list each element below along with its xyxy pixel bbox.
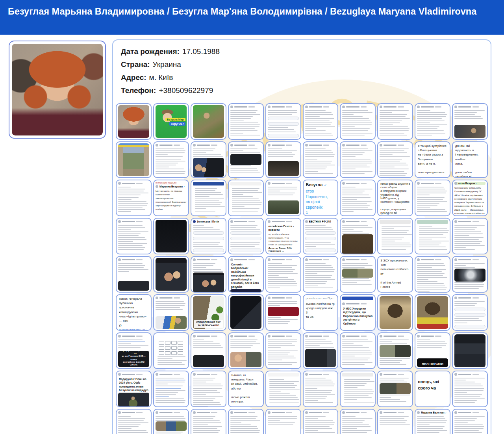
thumbnail[interactable] [452,256,488,293]
thumbnail[interactable]: ковки: генерала Зубанича призначив коман… [116,294,152,331]
thumbnail[interactable] [377,332,413,369]
thumbnail[interactable] [303,409,339,434]
thumbnail[interactable]: pravda.com.ua Проськово-політична гр иро… [303,294,339,331]
chart-box [178,341,183,345]
thumbnail[interactable] [265,141,301,178]
thumbnail[interactable] [228,103,264,140]
thumbnail[interactable]: тьмана, ні генерала. Часи ки самі. Зміню… [228,371,264,407]
thumbnail[interactable] [303,103,339,140]
thumbnail[interactable]: е та щоб зустрітися з Білецькими не тіль… [415,141,450,178]
thumbnail[interactable]: Безугла Марокруг 217 [153,103,189,140]
thumbnail[interactable] [191,141,226,178]
text-line [342,121,371,121]
thumbnail[interactable]: У МЗС Угорщини підтвердили, що Порошенко… [340,294,376,331]
thumbnail[interactable]: оссийская Газета - новостиги, чтобы избе… [265,218,301,254]
thumbnail[interactable] [303,141,339,178]
thumbnail[interactable]: публикации подрывнМарьяна Безуглая✓Це та… [153,180,189,216]
thumbnail[interactable] [340,256,376,293]
thumbnail[interactable] [153,256,189,293]
text-line [454,229,475,230]
thumbnail[interactable] [452,371,488,407]
thumbnail[interactable] [265,103,301,140]
thumbnail[interactable] [191,332,226,369]
thumbnail[interactable] [265,180,301,216]
thumbnail[interactable] [191,409,226,434]
thumbnail[interactable] [265,294,301,331]
thumbnail[interactable] [153,409,189,434]
thumbnail[interactable]: Соломія Бобровська: Найбільша непрофесій… [228,256,264,293]
thumbnail[interactable] [415,180,450,216]
thumbnail[interactable]: СПЕЦОПЕРАЦІЯ СБУ ЗА ЗЕЛЕНСЬКОГО [191,294,226,331]
thumbnail[interactable] [377,141,413,178]
thumbnail[interactable]: Зеленська і Путін [191,218,226,254]
thumbnail[interactable] [415,218,450,254]
text-line [195,208,206,209]
thumbnail[interactable] [452,409,488,434]
thumbnail[interactable]: Марьяна Безуглая✓ [415,409,450,434]
text-line [380,175,405,176]
thumbnail[interactable]: З ЗСУ призначили. Теп повномасштабного в… [377,256,413,293]
thumbnail[interactable]: Безугла ✓етро Порошенко, ня цілої європе… [303,180,339,216]
thumbnail[interactable]: Подарунок: План на 2024 рік с. Офіс през… [116,371,152,407]
thumbnail[interactable] [116,218,152,254]
thumbnail[interactable] [303,256,339,293]
thumbnail[interactable] [228,332,264,369]
thumbnail[interactable] [452,103,488,140]
thumbnail[interactable] [153,332,189,369]
thumbnail[interactable] [228,218,264,254]
thumbnail[interactable] [452,332,488,369]
thumbnail[interactable] [116,256,152,293]
thumbnail[interactable] [265,409,301,434]
thumbnail[interactable] [415,294,450,331]
thumbnail[interactable] [377,294,413,331]
thumbnail[interactable] [191,371,226,407]
chart-box [171,341,177,345]
thumbnail[interactable] [228,409,264,434]
thumbnail[interactable] [228,141,264,178]
thumbnail[interactable] [377,409,413,434]
text-line [118,269,148,270]
thumbnail[interactable] [415,103,450,140]
thumbnail[interactable]: немає фавищ служити в силах оборон а інт… [377,180,413,216]
thumbnail[interactable] [340,332,376,369]
thumbnail[interactable] [191,180,226,216]
thumbnail[interactable] [265,371,301,407]
thumbnail[interactable] [377,218,413,254]
thumbnail[interactable] [452,218,488,254]
timestamp-bar [211,145,217,146]
thumbnail[interactable]: ВЕСТНИК РФ 24/7 [303,218,339,254]
thumbnail[interactable] [265,332,301,369]
thumbnail[interactable]: овець, які свого ча [415,371,450,407]
thumbnail[interactable] [377,371,413,407]
thumbnail[interactable]: ВАЖЛИВО [340,218,376,254]
thumbnail[interactable] [116,180,152,216]
thumbnail[interactable]: BBC НОВИНИ [415,332,450,369]
thumbnail[interactable] [116,141,152,178]
thumbnail[interactable] [452,294,488,331]
thumbnail[interactable] [153,141,189,178]
thumbnail[interactable] [340,141,376,178]
thumbnail[interactable]: атала Humeniuk перациу багато цікавого …… [116,332,152,369]
thumbnail[interactable] [116,409,152,434]
thumbnail[interactable] [191,256,226,293]
thumbnail[interactable] [340,371,376,407]
thumbnail[interactable] [116,103,152,140]
thumbnail[interactable] [228,294,264,331]
thumbnail[interactable] [377,103,413,140]
thumbnail[interactable] [153,218,189,254]
thumbnail[interactable] [191,103,226,140]
thumbnail[interactable] [340,409,376,434]
thumbnail[interactable] [415,256,450,293]
thumbnail[interactable] [153,371,189,407]
thumbnail[interactable] [265,256,301,293]
thumbnail[interactable] [340,180,376,216]
thumbnail[interactable]: югна Безугла✓Олександру Сирському Головн… [452,180,488,216]
thumbnail[interactable] [228,180,264,216]
profile-photo-card[interactable] [9,41,106,139]
thumbnail[interactable] [153,294,189,331]
text-line [232,192,262,193]
thumbnail[interactable] [303,332,339,369]
thumbnail[interactable]: дянам, які підлягають п і неповернення, … [452,141,488,178]
thumbnail[interactable] [340,103,376,140]
thumbnail[interactable] [303,371,339,407]
